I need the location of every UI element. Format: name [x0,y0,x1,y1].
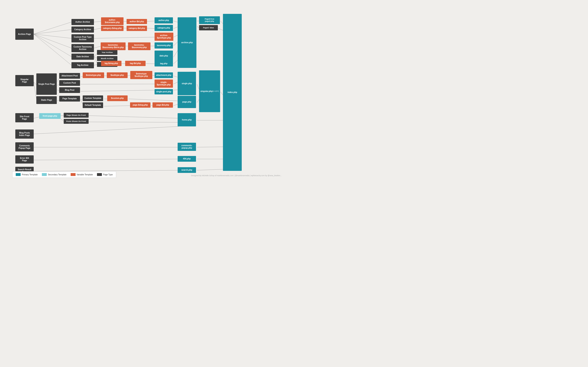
footer-text: Designed By Michelle Schup of marktimeme… [191,175,282,176]
page-slug-node: page-$slug.php [130,102,150,108]
posts-shown-on-front-node: Posts Shown On Front [64,119,89,124]
custom-taxonomy-archive-node: Custom TaxonomyArchive [71,44,94,52]
attachment-php-node: attachment.php [155,72,173,78]
taxonomy-php-node: taxonomy.php [155,42,173,49]
svg-line-42 [81,84,155,84]
svg-line-6 [94,21,101,22]
blog-post-node: Blog Post [59,87,80,93]
site-front-page-node: Site FrontPage [15,113,34,122]
author-php-node: author.php [155,17,173,24]
svg-line-60 [89,116,179,118]
single-post-php-node: single-post.php [155,89,173,94]
svg-line-50 [104,106,131,106]
diagram-container: Archive Page Author Archive Category Arc… [4,4,290,179]
secondary-label: Secondary Template [48,174,67,176]
comments-popup-node: CommentsPopup Page [15,142,34,151]
legend: Primary Template Secondary Template Vari… [12,171,116,178]
subtype-php-node: $subtype.php [107,72,128,78]
svg-line-9 [94,28,101,30]
front-page-php-node: front-page.php [39,113,61,119]
date-archive-node: Date Archive [71,54,94,60]
variable-swatch [71,173,76,176]
error-404-node: Error 404Page [15,155,34,164]
tag-id-node: tag-$id.php [125,61,146,66]
svg-line-3 [34,34,71,48]
legend-page-type: Page Type [97,173,113,176]
date-php-node: date.php [155,50,173,61]
home-php-node: home.php [178,113,196,126]
paged-false-node: Paged: false [199,25,218,30]
archive-php-node: archive.php [178,17,196,68]
svg-line-4 [34,34,71,57]
svg-line-57 [34,117,40,118]
page-shown-on-front-node: Page Shown On Front [64,113,89,118]
single-post-page-node: Single Post Page [36,73,57,95]
attachment-post-node: Attachment Post [59,73,80,79]
svg-line-21 [146,64,155,64]
mimetype-subtype-node: $mimetype$subtype.php [130,71,152,79]
tag-archive-node: Tag Archive [71,62,94,68]
page-type-swatch [97,173,102,176]
taxonomy-term-node: taxonomy-$taxonomy-$term.php [101,42,126,50]
variable-label: Variable Template [77,174,93,176]
category-php-node: category.php [155,25,173,31]
category-id-node: category-$id.php [127,26,147,31]
single-posttype-node: single-$posttype.php [155,80,173,88]
svg-line-0 [34,22,71,34]
category-archive-node: Category Archive [71,26,94,33]
page-type-label: Page Type [103,174,113,176]
svg-line-1 [34,30,71,34]
search-php-node: search.php [178,167,196,173]
svg-line-69 [197,169,224,170]
svg-line-43 [81,90,155,91]
archive-page-node: Archive Page [15,29,34,40]
svg-line-52 [129,99,179,101]
custom-post-node: Custom Post [59,80,80,86]
legend-variable: Variable Template [71,173,93,176]
author-id-node: author-$id.php [127,19,147,24]
year-archive-node: Year Archive [97,50,117,55]
primary-label: Primary Template [22,174,38,176]
svg-line-5 [34,34,71,65]
comments-popup-php-node: comments-popup.php [178,143,196,151]
index-php-node: index.php [223,14,242,171]
single-php-node: single.php [178,72,196,95]
svg-line-11 [147,28,155,29]
page-template-node: Page Template [59,96,80,101]
svg-line-2 [34,34,71,38]
secondary-swatch [42,173,47,176]
svg-line-13 [94,46,101,48]
svg-line-12 [94,37,155,38]
author-archive-node: Author Archive [71,19,94,25]
custom-template-node: Custom Template [83,95,103,101]
svg-line-62 [34,126,179,134]
svg-line-65 [197,147,224,147]
custom-php-node: $custom.php [107,95,128,101]
svg-line-8 [147,21,155,21]
default-template-node: Default Template [83,102,103,108]
tag-slug-node: tag-$slug.php [101,61,121,66]
custom-post-type-archive-node: Custom Post TypeArchive [71,34,94,42]
svg-line-61 [89,122,179,122]
static-page-node: Static Page [36,96,57,104]
legend-secondary: Secondary Template [42,173,67,176]
paged-true-node: Paged:truepaged.php [199,16,220,24]
error-404-php-node: 404.php [178,156,196,162]
blog-posts-index-node: Blog PostsIndex Page [15,129,34,139]
taxonomy-tax-node: taxonomy-$taxonomy.php [128,42,150,50]
singular-page-node: SingularPage [15,75,34,86]
primary-swatch [16,173,21,176]
author-nicename-node: author-$nicename.php [101,17,123,25]
page-id-node: page-$id.php [153,102,173,108]
svg-line-66 [34,159,179,160]
category-slug-node: category-$slug.php [101,26,123,31]
archive-posttype-node: archive-$posttype.php [155,33,173,41]
legend-primary: Primary Template [16,173,38,176]
mimetype-php-node: $mimetype.php [83,72,104,78]
singular-php-node: singular.php(v 4.3+) [199,70,220,112]
page-php-node: page.php [178,96,196,108]
tag-php-node: tag.php [155,61,173,67]
month-archive-node: Month Archive [97,56,117,61]
